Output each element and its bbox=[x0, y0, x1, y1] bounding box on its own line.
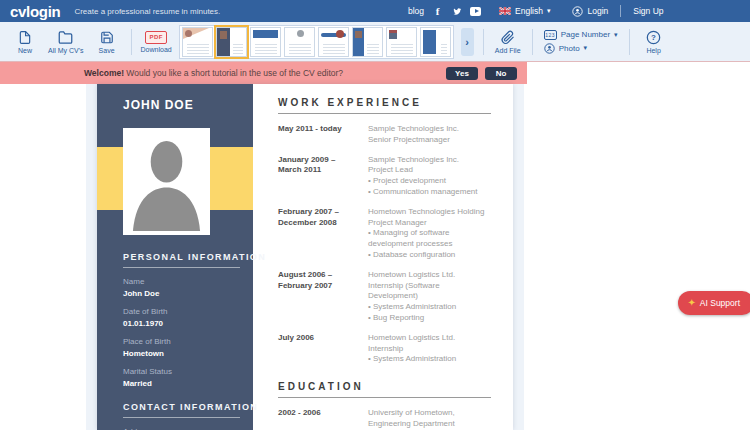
template-thumbnail-1[interactable] bbox=[182, 27, 213, 57]
twitter-icon[interactable] bbox=[451, 6, 462, 17]
new-document-icon bbox=[18, 30, 32, 45]
field-label: Name bbox=[123, 277, 240, 286]
all-my-cvs-label: All My CV's bbox=[48, 47, 84, 54]
tutorial-no-button[interactable]: No bbox=[485, 67, 517, 80]
entry-line: • Communication management bbox=[368, 187, 491, 198]
new-button[interactable]: New bbox=[10, 30, 40, 54]
entry-line: Internship (Software Development) bbox=[368, 281, 491, 303]
save-button[interactable]: Save bbox=[92, 30, 122, 54]
template-thumbnail-2-selected[interactable] bbox=[216, 27, 247, 57]
welcome-bold: Welcome! bbox=[84, 68, 124, 78]
uk-flag-icon bbox=[499, 7, 511, 15]
work-entry-1[interactable]: May 2011 - today Sample Technologies Inc… bbox=[278, 124, 491, 146]
education-title[interactable]: EDUCATION bbox=[278, 381, 491, 398]
template-thumbnail-8[interactable] bbox=[420, 27, 451, 57]
entry-line: Hometown Logistics Ltd. bbox=[368, 333, 491, 344]
add-file-button[interactable]: Add File bbox=[493, 30, 523, 54]
welcome-message: Welcome! Would you like a short tutorial… bbox=[84, 68, 343, 78]
entry-line: Sample Technologies Inc. bbox=[368, 155, 491, 166]
entry-line: • Project development bbox=[368, 176, 491, 187]
personal-information-title[interactable]: PERSONAL INFORMATION bbox=[123, 252, 240, 268]
work-experience-title[interactable]: WORK EXPERIENCE bbox=[278, 97, 491, 114]
signup-button[interactable]: Sign Up bbox=[633, 6, 663, 16]
photo-label: Photo bbox=[559, 44, 580, 53]
save-icon bbox=[100, 30, 114, 45]
login-button[interactable]: Login bbox=[572, 6, 608, 17]
page-number-button[interactable]: 123 Page Number ▾ bbox=[544, 30, 618, 40]
personal-field-marital[interactable]: Marital Status Married bbox=[123, 367, 240, 388]
page-left-gutter bbox=[86, 84, 97, 430]
page-number-icon: 123 bbox=[544, 30, 557, 40]
contact-information-title[interactable]: CONTACT INFORMATION bbox=[123, 402, 240, 418]
template-thumbnail-3[interactable] bbox=[250, 27, 281, 57]
templates-scroll-right-button[interactable]: › bbox=[461, 28, 474, 56]
template-thumbnail-6[interactable] bbox=[352, 27, 383, 57]
personal-field-name[interactable]: Name John Doe bbox=[123, 277, 240, 298]
field-value: Married bbox=[123, 379, 240, 388]
cv-photo-placeholder[interactable] bbox=[123, 128, 210, 235]
folder-icon bbox=[58, 30, 73, 45]
field-label: Place of Birth bbox=[123, 337, 240, 346]
entry-line: • Database configuration bbox=[368, 250, 491, 261]
download-label: Download bbox=[141, 46, 172, 53]
cv-name-field[interactable]: JOHN DOE bbox=[123, 98, 194, 112]
personal-field-birthplace[interactable]: Place of Birth Hometown bbox=[123, 337, 240, 358]
tagline: Create a professional resume in minutes. bbox=[74, 7, 220, 16]
entry-date: July 2006 bbox=[278, 333, 368, 365]
entry-line: • Managing of software development proce… bbox=[368, 228, 491, 250]
tutorial-yes-button[interactable]: Yes bbox=[446, 67, 478, 80]
entry-line: • Bug Reporting bbox=[368, 313, 491, 324]
template-thumbnail-7[interactable] bbox=[386, 27, 417, 57]
work-entry-5[interactable]: July 2006 Hometown Logistics Ltd. Intern… bbox=[278, 333, 491, 365]
photo-button[interactable]: Photo ▾ bbox=[544, 43, 618, 54]
new-label: New bbox=[18, 47, 32, 54]
facebook-icon[interactable]: f bbox=[432, 6, 443, 17]
ai-support-label: AI Support bbox=[700, 298, 740, 308]
personal-field-dob[interactable]: Date of Birth 01.01.1970 bbox=[123, 307, 240, 328]
entry-line: Sample Technologies Inc. bbox=[368, 124, 491, 135]
login-label: Login bbox=[587, 6, 608, 16]
pdf-icon: PDF bbox=[145, 31, 167, 44]
template-thumbnail-4[interactable] bbox=[284, 27, 315, 57]
work-entry-4[interactable]: August 2006 – February 2007 Hometown Log… bbox=[278, 270, 491, 324]
template-strip bbox=[179, 25, 454, 59]
person-silhouette-icon bbox=[127, 132, 206, 231]
cv-sidebar: JOHN DOE PERSONAL INFORMATION Name John … bbox=[97, 84, 253, 430]
field-label: Date of Birth bbox=[123, 307, 240, 316]
entry-date: August 2006 – February 2007 bbox=[278, 270, 368, 324]
help-button[interactable]: ? Help bbox=[639, 30, 669, 54]
sidebar-info: PERSONAL INFORMATION Name John Doe Date … bbox=[123, 252, 240, 430]
cv-content: WORK EXPERIENCE May 2011 - today Sample … bbox=[253, 84, 513, 430]
entry-line: Project Manager bbox=[368, 218, 491, 229]
entry-line: Project Lead bbox=[368, 165, 491, 176]
logo[interactable]: cvlogin bbox=[10, 3, 60, 20]
navbar-right-group: blog f English ▾ Login Sign Up bbox=[408, 0, 664, 22]
field-value: John Doe bbox=[123, 289, 240, 298]
download-button[interactable]: PDF Download bbox=[141, 31, 172, 53]
work-entry-2[interactable]: January 2009 – March 2011 Sample Technol… bbox=[278, 155, 491, 198]
welcome-tutorial-banner: Welcome! Would you like a short tutorial… bbox=[0, 62, 527, 84]
entry-line: Hometown Logistics Ltd. bbox=[368, 270, 491, 281]
entry-date: February 2007 – December 2008 bbox=[278, 207, 368, 261]
entry-line: Internship bbox=[368, 344, 491, 355]
work-entry-3[interactable]: February 2007 – December 2008 Hometown T… bbox=[278, 207, 491, 261]
education-entry-1[interactable]: 2002 - 2006 University of Hometown, Engi… bbox=[278, 408, 491, 430]
field-value: 01.01.1970 bbox=[123, 319, 240, 328]
top-navbar: cvlogin Create a professional resume in … bbox=[0, 0, 750, 22]
chevron-down-icon: ▾ bbox=[584, 44, 588, 52]
help-icon: ? bbox=[646, 30, 661, 45]
youtube-icon[interactable] bbox=[470, 6, 481, 17]
blog-link[interactable]: blog bbox=[408, 6, 424, 16]
field-value: Hometown bbox=[123, 349, 240, 358]
entry-date: January 2009 – March 2011 bbox=[278, 155, 368, 198]
paperclip-icon bbox=[501, 30, 515, 45]
editor-canvas: JOHN DOE PERSONAL INFORMATION Name John … bbox=[0, 84, 750, 430]
chevron-down-icon: ▾ bbox=[547, 7, 551, 15]
welcome-question: Would you like a short tutorial in the u… bbox=[124, 68, 343, 78]
photo-person-icon bbox=[544, 43, 555, 54]
entry-line: Senior Projectmanager bbox=[368, 135, 491, 146]
language-selector[interactable]: English ▾ bbox=[499, 6, 550, 16]
template-thumbnail-5[interactable] bbox=[318, 27, 349, 57]
all-my-cvs-button[interactable]: All My CV's bbox=[48, 30, 84, 54]
ai-support-button[interactable]: ✦ AI Support bbox=[678, 291, 750, 315]
